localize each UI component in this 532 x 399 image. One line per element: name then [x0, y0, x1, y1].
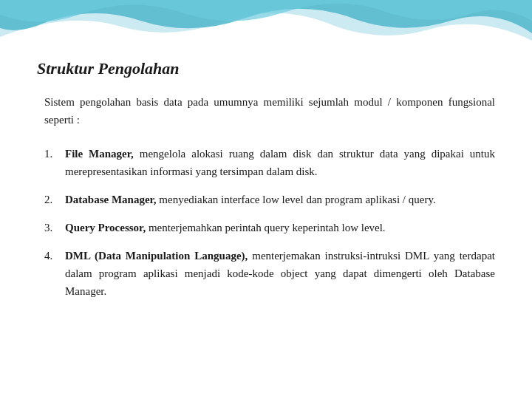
list-text-4: DML (Data Manipulation Language), menter…: [65, 247, 495, 300]
list-item: 1. File Manager, mengelola alokasi ruang…: [44, 145, 495, 180]
list-number-3: 3.: [44, 219, 65, 236]
list-text-1: File Manager, mengelola alokasi ruang da…: [65, 145, 495, 180]
list-number-1: 1.: [44, 145, 65, 163]
list-text-3: Query Processor, menterjemahkan perintah…: [65, 219, 495, 236]
list-item: 3. Query Processor, menterjemahkan perin…: [44, 219, 495, 236]
list-item: 2. Database Manager, menyediakan interfa…: [44, 191, 495, 208]
list-body-2: menyediakan interface low level dan prog…: [157, 194, 436, 205]
list-number-2: 2.: [44, 191, 65, 208]
main-content: Struktur Pengolahan Sistem pengolahan ba…: [0, 0, 532, 332]
list-number-4: 4.: [44, 247, 65, 265]
list-label-2: Database Manager,: [65, 194, 157, 205]
list-label-1: File Manager,: [65, 148, 134, 160]
list-item: 4. DML (Data Manipulation Language), men…: [44, 247, 495, 300]
list-container: 1. File Manager, mengelola alokasi ruang…: [37, 145, 495, 300]
intro-paragraph: Sistem pengolahan basis data pada umumny…: [37, 93, 495, 129]
section-title: Struktur Pengolahan: [37, 59, 495, 78]
list-label-3: Query Processor,: [65, 222, 146, 233]
list-label-4: DML (Data Manipulation Language),: [65, 250, 248, 262]
list-body-3: menterjemahkan perintah query keperintah…: [146, 222, 385, 233]
list-text-2: Database Manager, menyediakan interface …: [65, 191, 495, 208]
